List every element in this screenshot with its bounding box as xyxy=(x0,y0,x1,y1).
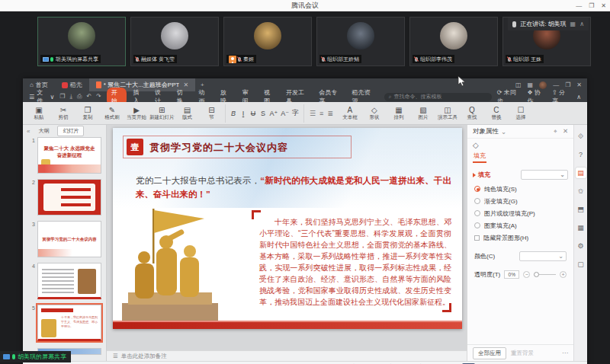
selection-pane-icon[interactable]: ⬒ xyxy=(576,204,586,215)
collapse-arrow-icon[interactable]: ∧ xyxy=(580,21,584,27)
raise-hand-icon xyxy=(229,56,236,63)
avatar xyxy=(68,22,95,49)
speaking-label: 正在讲话: 胡美琪 xyxy=(520,20,566,28)
fill-tab[interactable]: 填充 xyxy=(473,152,486,163)
quick-icon[interactable]: ❐ xyxy=(59,93,65,101)
object-properties-icon[interactable]: ▤ xyxy=(576,168,586,178)
split-view-icon[interactable]: ◫ xyxy=(515,81,522,88)
quick-icon[interactable]: ↶ xyxy=(86,93,92,101)
close-panel-icon[interactable]: ✕ xyxy=(563,127,568,136)
slide-thumbnail[interactable]: 聚焦二十大 永远跟党走 奋进新征程 xyxy=(37,137,101,174)
participant-status-icons xyxy=(43,57,53,62)
tab-docer[interactable]: 稻壳 xyxy=(55,78,89,91)
participant-name-tag: 组织部 王姝 xyxy=(506,55,544,63)
font-style-button[interactable]: U xyxy=(250,110,257,117)
help-icon[interactable]: ? xyxy=(576,149,586,160)
slides-panel: « 大纲 幻灯片 1 聚焦二十大 永远跟党走 奋进新征程 xyxy=(23,125,107,361)
ribbon-button[interactable]: ◇ 形状 xyxy=(363,103,386,124)
participant-tile[interactable]: 秦姬 xyxy=(223,17,312,66)
font-style-button[interactable]: A⁻ xyxy=(281,110,289,117)
more-options-icon[interactable]: ⋯ xyxy=(562,350,568,356)
tab-outline[interactable]: 大纲 xyxy=(34,126,53,136)
account-avatar[interactable] xyxy=(539,81,547,89)
participant-tile[interactable]: 融媒体 黄飞莹 xyxy=(130,17,219,66)
minimize-icon[interactable]: — xyxy=(576,2,582,9)
ribbon-collapse-icon[interactable]: ∧ xyxy=(576,94,581,101)
ribbon-button[interactable]: ✂ 剪切 xyxy=(52,103,75,124)
list-icon[interactable]: ≣ xyxy=(327,110,333,117)
fill-option[interactable]: 渐变填充(G) xyxy=(467,195,573,207)
command-search-input[interactable]: ⌕ 查找命令、搜索模板 xyxy=(384,93,492,101)
font-style-button[interactable]: I xyxy=(240,110,247,117)
chevron-down-icon[interactable]: ⌄ xyxy=(501,128,506,136)
reset-background-button[interactable]: 重置背景 xyxy=(511,350,534,357)
window-minimize-icon[interactable] xyxy=(553,81,559,88)
align-left-icon[interactable]: ☰ xyxy=(310,110,316,117)
screen-share-indicator[interactable]: 胡美琪的屏幕共享 xyxy=(0,351,71,362)
tab-slides[interactable]: 幻灯片 xyxy=(57,126,84,136)
participant-tile[interactable]: 组织部李伟茂 xyxy=(409,17,498,66)
align-center-icon[interactable]: ≡ xyxy=(319,110,323,117)
participant-tile[interactable]: 组织部王娇鲭 xyxy=(316,17,405,66)
slide-thumbnail[interactable] xyxy=(37,179,101,216)
ribbon-button[interactable]: C 替换 xyxy=(485,103,508,124)
transparency-slider[interactable] xyxy=(534,274,556,275)
workspace-grid-icon[interactable]: ▦ xyxy=(528,81,534,88)
mic-icon xyxy=(512,21,516,27)
participant-tile[interactable]: 胡美琪的屏幕共享 xyxy=(37,17,126,66)
properties-icon[interactable]: ⟐ xyxy=(576,131,586,142)
layout-grid-icon[interactable]: ▦ xyxy=(570,21,576,27)
apply-all-button[interactable]: 全部应用 xyxy=(473,347,506,359)
ribbon-button[interactable]: ✎ 格式刷 xyxy=(101,103,124,124)
ribbon-button[interactable]: ▶ 当页开始 xyxy=(125,103,148,124)
font-style-button[interactable]: 字 xyxy=(292,108,299,118)
slide-title: 贯彻学习党的二十大会议内容 xyxy=(149,141,288,155)
ribbon-button[interactable]: ⊞ 新建幻灯片 xyxy=(149,103,175,124)
ribbon-button[interactable]: ⊟ 节 xyxy=(201,103,223,124)
fill-style-dropdown[interactable]: ⌄ xyxy=(521,170,568,180)
font-style-button[interactable]: A⁺ xyxy=(270,110,278,117)
window-close-icon[interactable] xyxy=(576,81,582,88)
slide-thumbnail[interactable]: 贯彻学习党的二十大会议内容 xyxy=(37,221,101,257)
close-icon[interactable]: ✕ xyxy=(601,2,606,9)
maximize-icon[interactable]: ❐ xyxy=(589,2,594,9)
ribbon-button[interactable]: ▣ 粘贴 xyxy=(27,103,50,124)
wps-statusbar: 第一PPT，www.1ppt.com ⊙ 智能美化 ⌄ ☰ 备注 ⌄ ❏ 批注 … xyxy=(23,361,587,364)
slide: 壹 贯彻学习党的二十大会议内容 党的二十大报告中总书记表示，“新时代的伟大成就是… xyxy=(113,128,462,329)
window-restore-icon[interactable] xyxy=(565,81,570,88)
hide-background-option[interactable]: 隐藏背景图形(H) xyxy=(467,231,573,244)
ribbon-button[interactable]: ▤ 版式 xyxy=(176,103,199,124)
settings-gear-icon[interactable]: ⚙ xyxy=(576,241,586,251)
quick-icon[interactable]: ⤓ xyxy=(69,93,72,101)
quick-icon[interactable]: ⎙ xyxy=(77,93,82,101)
ribbon-button[interactable]: A 文本框 xyxy=(339,103,361,124)
pin-icon[interactable]: ⌖ xyxy=(554,127,557,136)
reader-icon[interactable]: ▢ xyxy=(576,259,586,270)
color-dropdown[interactable]: ⌄ xyxy=(519,251,567,261)
star-recommend-icon[interactable]: ✩ xyxy=(576,186,586,196)
slide-thumbnail[interactable] xyxy=(37,263,101,299)
participant-status-icons xyxy=(322,57,325,62)
fill-option[interactable]: 纯色填充(S) xyxy=(467,183,573,195)
font-style-button[interactable]: B xyxy=(230,110,237,117)
screen-share-icon xyxy=(43,57,49,62)
participant-name: 融媒体 黄飞莹 xyxy=(141,55,175,63)
participant-name: 秦姬 xyxy=(243,55,254,63)
ribbon-button[interactable]: ▦ 排列 xyxy=(387,103,410,124)
panel-collapse-icon[interactable]: « xyxy=(27,128,30,135)
slide-thumbnail[interactable]: 十年来，我们坚持马克思列宁主义、毛泽东思想、邓小平理论。 xyxy=(37,305,101,341)
quick-icon[interactable]: ↷ xyxy=(96,93,101,101)
radio-icon xyxy=(474,198,480,204)
fill-option[interactable]: 图案填充(A) xyxy=(467,219,573,231)
ribbon-button[interactable]: ❐ 复制 xyxy=(76,103,99,124)
increase-icon[interactable]: + xyxy=(560,271,567,278)
ribbon-button[interactable]: ◫ 演示工具 xyxy=(436,103,459,124)
ribbon-button[interactable]: ☐ 选择 xyxy=(509,103,532,124)
font-style-button[interactable]: S xyxy=(260,110,267,117)
ribbon-button[interactable]: Q 查找 xyxy=(461,103,483,124)
notes-bar[interactable]: ☰ 单击此处添加备注 xyxy=(107,350,467,361)
decrease-icon[interactable]: − xyxy=(523,271,530,278)
chart-icon[interactable]: ▦ xyxy=(576,222,586,233)
ribbon-button[interactable]: ▧ 图片 xyxy=(412,103,435,124)
fill-option[interactable]: 图片或纹理填充(P) xyxy=(467,207,573,219)
